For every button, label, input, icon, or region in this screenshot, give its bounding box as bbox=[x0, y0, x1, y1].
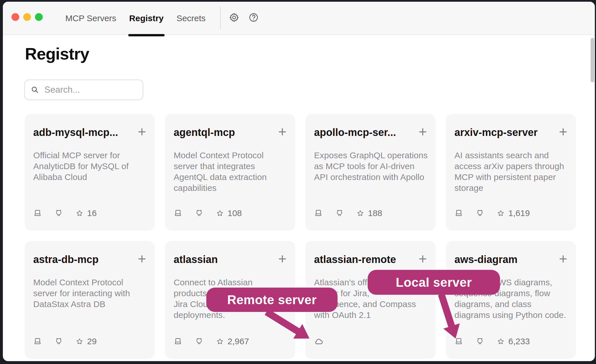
server-name: aws-diagram bbox=[454, 254, 517, 266]
server-name: agentql-mcp bbox=[174, 126, 235, 139]
star-icon bbox=[497, 209, 505, 217]
server-card-apollo-mcp-server[interactable]: apollo-mcp-ser... + Exposes GraphQL oper… bbox=[305, 114, 436, 231]
github-icon bbox=[476, 209, 484, 217]
server-description: Model Context Protocol server that integ… bbox=[174, 150, 287, 193]
add-server-button[interactable]: + bbox=[278, 126, 287, 137]
server-card-astra-db-mcp[interactable]: astra-db-mcp + Model Context Protocol se… bbox=[25, 241, 155, 359]
laptop-icon bbox=[454, 209, 463, 217]
settings-button[interactable] bbox=[228, 12, 240, 23]
search-icon bbox=[31, 86, 39, 94]
card-footer bbox=[314, 337, 324, 346]
star-count: 29 bbox=[87, 337, 97, 346]
server-name: atlassian bbox=[174, 254, 218, 266]
search-input[interactable] bbox=[44, 84, 159, 95]
local-server-arrow bbox=[430, 292, 467, 342]
tab-secrets[interactable]: Secrets bbox=[177, 2, 206, 35]
card-footer: 188 bbox=[314, 208, 382, 218]
star-icon bbox=[497, 338, 505, 345]
laptop-icon bbox=[33, 337, 42, 346]
github-icon bbox=[54, 337, 63, 346]
github-icon bbox=[195, 209, 203, 217]
card-footer: 1,619 bbox=[454, 208, 530, 218]
add-server-button[interactable]: + bbox=[138, 254, 146, 264]
titlebar: MCP Servers Registry Secrets bbox=[3, 2, 595, 35]
search-box[interactable] bbox=[24, 80, 143, 100]
server-description: AI assistants search and access arXiv pa… bbox=[454, 150, 567, 193]
card-footer: 29 bbox=[33, 337, 97, 346]
star-count: 108 bbox=[228, 208, 242, 218]
cloud-icon bbox=[314, 337, 324, 346]
server-name: astra-db-mcp bbox=[33, 254, 99, 266]
star-count: 1,619 bbox=[508, 208, 530, 218]
tab-mcp-servers[interactable]: MCP Servers bbox=[65, 2, 116, 35]
star-count: 6,233 bbox=[508, 337, 530, 346]
github-icon bbox=[476, 337, 484, 346]
laptop-icon bbox=[33, 209, 42, 217]
star-count: 16 bbox=[87, 208, 97, 218]
add-server-button[interactable]: + bbox=[138, 126, 146, 137]
add-server-button[interactable]: + bbox=[278, 254, 287, 264]
gear-icon bbox=[229, 12, 240, 23]
minimize-button[interactable] bbox=[23, 13, 31, 21]
laptop-icon bbox=[314, 209, 323, 217]
star-count: 188 bbox=[368, 208, 382, 218]
add-server-button[interactable]: + bbox=[559, 126, 567, 137]
nav-tabs: MCP Servers Registry Secrets bbox=[65, 2, 206, 35]
vertical-scrollbar-thumb[interactable] bbox=[591, 38, 594, 82]
traffic-lights bbox=[11, 13, 43, 21]
server-description: Model Context Protocol server for intera… bbox=[33, 277, 146, 310]
star-icon bbox=[216, 338, 224, 345]
close-button[interactable] bbox=[11, 13, 19, 21]
server-card-adb-mysql-mcp[interactable]: adb-mysql-mcp... + Official MCP server f… bbox=[25, 114, 155, 231]
page-title: Registry bbox=[25, 44, 89, 63]
github-icon bbox=[335, 209, 344, 217]
help-button[interactable] bbox=[248, 12, 259, 23]
add-server-button[interactable]: + bbox=[559, 254, 567, 264]
tab-registry[interactable]: Registry bbox=[129, 2, 164, 35]
app-window: MCP Servers Registry Secrets Registry ad… bbox=[3, 2, 595, 361]
local-server-annotation: Local server bbox=[368, 270, 500, 295]
star-icon bbox=[76, 209, 83, 217]
card-footer: 108 bbox=[174, 208, 242, 218]
star-icon bbox=[216, 209, 224, 217]
server-description: Official MCP server for AnalyticDB for M… bbox=[33, 150, 146, 183]
zoom-button[interactable] bbox=[35, 13, 43, 21]
server-name: apollo-mcp-ser... bbox=[314, 126, 396, 139]
help-icon bbox=[248, 12, 259, 23]
server-name: arxiv-mcp-server bbox=[454, 126, 538, 139]
server-description: Exposes GraphQL operations as MCP tools … bbox=[314, 150, 427, 183]
laptop-icon bbox=[174, 209, 182, 217]
star-icon bbox=[356, 209, 364, 217]
remote-server-arrow bbox=[261, 306, 315, 342]
server-card-arxiv-mcp-server[interactable]: arxiv-mcp-server + AI assistants search … bbox=[446, 114, 576, 231]
github-icon bbox=[54, 209, 63, 217]
toolbar-divider bbox=[220, 6, 221, 30]
github-icon bbox=[195, 337, 203, 346]
add-server-button[interactable]: + bbox=[419, 126, 427, 137]
laptop-icon bbox=[174, 337, 182, 346]
star-count: 2,967 bbox=[228, 337, 249, 346]
card-footer: 2,967 bbox=[174, 337, 249, 346]
server-name: adb-mysql-mcp... bbox=[33, 126, 118, 139]
add-server-button[interactable]: + bbox=[419, 254, 427, 264]
server-card-agentql-mcp[interactable]: agentql-mcp + Model Context Protocol ser… bbox=[165, 114, 295, 231]
star-icon bbox=[76, 338, 83, 345]
card-footer: 16 bbox=[33, 208, 97, 218]
server-name: atlassian-remote bbox=[314, 254, 396, 266]
